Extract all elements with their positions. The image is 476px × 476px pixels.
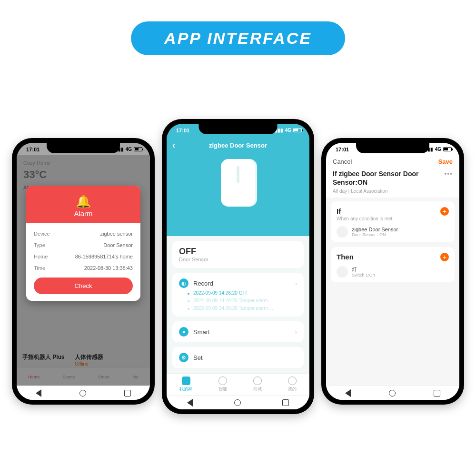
battery-icon [443, 147, 452, 151]
automation-subtitle: All day | Local Association [326, 188, 459, 198]
chevron-right-icon: › [295, 328, 297, 336]
nav-home-icon[interactable] [79, 390, 86, 397]
nav-recents-icon[interactable] [124, 390, 131, 397]
home-icon [182, 377, 190, 385]
phone-sensor-detail: 17:01 ▮▮▮ 4G ‹ zigbee Door Sensor OFF Do… [162, 119, 314, 414]
status-network: 4G [435, 147, 441, 152]
smart-card[interactable]: ● Smart › [172, 321, 304, 342]
if-label: If [337, 207, 449, 215]
tab-home[interactable]: 我的家 [179, 377, 192, 392]
bell-icon: 🔔 [26, 195, 140, 208]
state-value: OFF [179, 247, 297, 257]
record-icon: ◐ [179, 278, 188, 288]
nav-back-icon[interactable] [187, 399, 193, 407]
notch [199, 124, 278, 134]
state-sub: Door Sensor [179, 257, 297, 262]
battery-icon [293, 128, 302, 132]
person-icon [288, 377, 297, 385]
battery-icon [134, 147, 142, 151]
phone-alarm: 17:01 ▮▮▮ 4G Cozy Home 33°C All 手指机器人 Pl… [12, 138, 155, 405]
state-card: OFF Door Sensor [172, 241, 304, 268]
smart-icon: ● [179, 327, 188, 337]
cancel-button[interactable]: Cancel [333, 158, 352, 165]
record-item: 2022-09-09 14:26:20 Tamper alarm ... [179, 303, 297, 311]
status-time: 17:01 [26, 147, 40, 152]
label-time: Time [34, 265, 45, 271]
nav-home-icon[interactable] [234, 399, 241, 406]
status-network: 4G [285, 128, 291, 133]
phone-automation: 17:01 ▮▮▮ 4G Cancel Save If zigbee Door … [321, 138, 464, 405]
value-time: 2022-08-30 13:38:43 [84, 265, 133, 271]
record-item: 2022-09-09 14:26:20 Tamper alarm ... [179, 296, 297, 303]
status-network: 4G [126, 147, 132, 152]
nav-recents-icon[interactable] [434, 390, 440, 397]
set-label: Set [193, 354, 203, 361]
check-button[interactable]: Check [34, 278, 133, 294]
notch [356, 143, 429, 153]
nav-back-icon[interactable] [36, 389, 41, 397]
save-button[interactable]: Save [438, 158, 453, 165]
tab-smart[interactable]: 智能 [218, 377, 227, 392]
label-home: Home [34, 254, 48, 259]
status-time: 17:01 [176, 128, 189, 133]
bottom-tabbar: 我的家 智能 商城 我的 [167, 373, 309, 395]
door-sensor-icon [221, 159, 255, 207]
label-type: Type [34, 242, 45, 248]
action-item[interactable]: 灯 Switch 1:On [337, 261, 449, 278]
value-device: zigbee sensor [100, 231, 133, 237]
bag-icon [253, 377, 262, 385]
add-condition-button[interactable]: + [440, 207, 449, 216]
android-nav [326, 386, 459, 400]
record-label: Record [193, 280, 213, 287]
notch [47, 143, 120, 153]
back-button[interactable]: ‹ [172, 140, 175, 150]
nav-home-icon[interactable] [389, 390, 396, 397]
then-card: Then + 灯 Switch 1:On [331, 247, 455, 282]
record-card[interactable]: ◐ Record › 2022-09-09 14:26:20 OFF 2022-… [172, 273, 304, 317]
value-home: 86-15989581714's home [75, 254, 133, 259]
nav-recents-icon[interactable] [282, 399, 289, 406]
tab-me[interactable]: 我的 [288, 377, 297, 392]
sensor-icon [337, 226, 348, 238]
gear-icon: ⚙ [179, 353, 188, 362]
if-sub: When any condition is met· [337, 216, 449, 221]
android-nav [17, 386, 150, 400]
nav-back-icon[interactable] [345, 389, 351, 397]
smart-label: Smart [193, 328, 210, 336]
page-title: zigbee Door Sensor [209, 142, 267, 149]
more-icon[interactable]: ••• [444, 170, 453, 178]
tab-mall[interactable]: 商城 [253, 377, 262, 392]
condition-item[interactable]: zigbee Door Sensor Door Sensor : ON [337, 221, 449, 238]
status-time: 17:01 [336, 147, 349, 152]
banner-title: APP INTERFACE [131, 21, 345, 55]
set-card[interactable]: ⚙ Set [172, 347, 304, 368]
alarm-modal: 🔔 Alarm Devicezigbee sensor TypeDoor Sen… [26, 186, 140, 301]
sensor-hero: ‹ zigbee Door Sensor [167, 136, 309, 236]
if-card: If When any condition is met· + zigbee D… [331, 201, 455, 242]
record-item: 2022-09-09 14:26:20 OFF [179, 288, 297, 296]
then-label: Then [337, 253, 449, 261]
switch-icon [337, 266, 348, 278]
chevron-right-icon: › [295, 280, 297, 287]
add-action-button[interactable]: + [440, 253, 449, 261]
sun-icon [218, 377, 227, 385]
android-nav [167, 395, 309, 409]
alarm-title: Alarm [26, 209, 140, 218]
automation-title: If zigbee Door Sensor Door Sensor:ON ••• [326, 168, 459, 188]
value-type: Door Sensor [103, 242, 133, 248]
label-device: Device [34, 231, 50, 237]
